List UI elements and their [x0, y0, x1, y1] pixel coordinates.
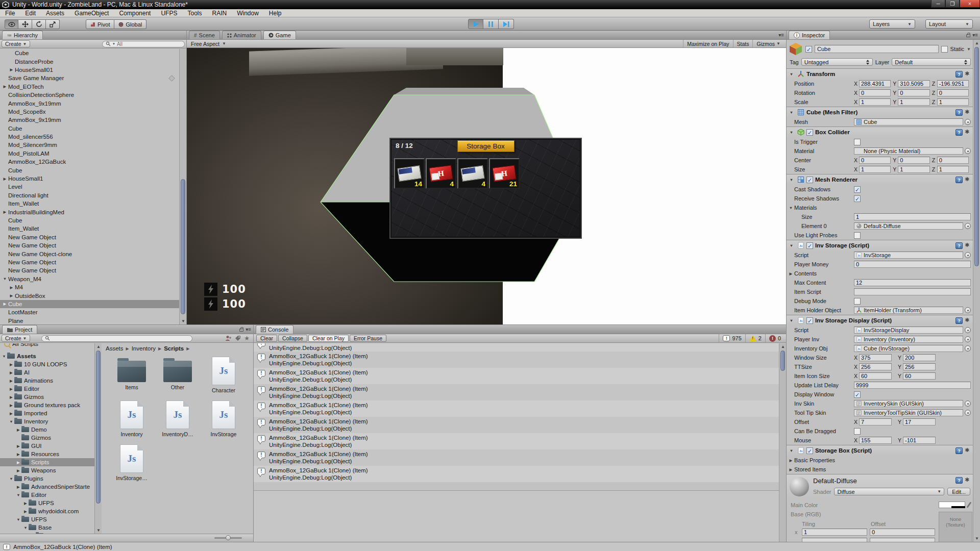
- component-enabled-checkbox[interactable]: ✓: [806, 317, 813, 324]
- menu-component[interactable]: Component: [114, 10, 156, 17]
- hierarchy-item[interactable]: DistanceProbe: [0, 57, 179, 65]
- foldout-down-icon[interactable]: ▼: [15, 517, 21, 522]
- scroll-up-arrow-icon[interactable]: ▲: [779, 344, 787, 349]
- menu-window[interactable]: Window: [232, 10, 264, 17]
- hierarchy-item[interactable]: Cube: [0, 49, 179, 57]
- project-create-button[interactable]: Create▼: [2, 335, 30, 342]
- project-tree-item[interactable]: ▼UFPS: [0, 515, 94, 523]
- vector-x-field[interactable]: 1: [859, 166, 891, 173]
- breadcrumb-item[interactable]: Scripts: [164, 345, 184, 352]
- foldout-down-icon[interactable]: ▼: [788, 72, 795, 77]
- hierarchy-item[interactable]: CollisionDetectionSphere: [0, 91, 179, 99]
- value-field[interactable]: 1: [854, 213, 971, 220]
- tab-console[interactable]: Console: [256, 325, 293, 334]
- vector-y-field[interactable]: 200: [903, 354, 936, 361]
- foldout-right-icon[interactable]: ▶: [2, 84, 8, 89]
- tiling-y-field[interactable]: [802, 538, 867, 542]
- object-field[interactable]: JsInvStorage: [854, 252, 963, 259]
- hierarchy-item[interactable]: Item_Wallet: [0, 199, 179, 208]
- help-icon[interactable]: ?: [955, 447, 963, 454]
- object-picker-icon[interactable]: [965, 307, 971, 313]
- project-tree-item[interactable]: ▶Editor: [0, 385, 94, 393]
- scroll-up-arrow-icon[interactable]: ▲: [95, 344, 102, 349]
- favorites-star-icon[interactable]: ★: [244, 335, 250, 342]
- foldout-down-icon[interactable]: ▼: [2, 277, 8, 281]
- hierarchy-item[interactable]: ▼Weapon_M4: [0, 275, 179, 283]
- hierarchy-item[interactable]: ▶Cube: [0, 300, 179, 308]
- project-tree-item[interactable]: ▼Plugins: [0, 474, 94, 483]
- hierarchy-scrollbar-thumb[interactable]: [181, 179, 185, 314]
- storage-slot[interactable]: H4: [426, 158, 456, 189]
- file-item[interactable]: JsInventoryD…: [155, 400, 201, 444]
- log-entry[interactable]: !AmmoBox_12GaBuck 1(Clone) (Item)UnityEn…: [254, 352, 779, 368]
- menu-help[interactable]: Help: [264, 10, 287, 17]
- help-icon[interactable]: ?: [955, 242, 963, 249]
- foldout-right-icon[interactable]: ▶: [15, 428, 21, 432]
- vector-y-field[interactable]: 0: [898, 89, 929, 96]
- error-count[interactable]: !0: [765, 334, 785, 342]
- foldout-down-icon[interactable]: ▼: [8, 419, 14, 424]
- log-entry[interactable]: !AmmoBox_12GaBuck 1(Clone) (Item)UnityEn…: [254, 449, 779, 466]
- component-header[interactable]: ▼Js✓Inv Storage (Script)?: [787, 240, 973, 251]
- panel-menu-icon[interactable]: ▾≡: [246, 327, 251, 332]
- pause-button[interactable]: [483, 19, 499, 29]
- global-toggle-button[interactable]: Global: [114, 19, 146, 29]
- property-checkbox[interactable]: [854, 232, 861, 239]
- object-field[interactable]: InventorySkin (GUISkin): [854, 400, 963, 407]
- hierarchy-item[interactable]: New Game Object: [0, 266, 179, 274]
- vector-x-field[interactable]: 60: [859, 372, 892, 380]
- foldout-down-icon[interactable]: ▼: [788, 243, 795, 248]
- object-picker-icon[interactable]: [965, 252, 971, 258]
- foldout-right-icon[interactable]: ▶: [8, 411, 14, 416]
- property-checkbox[interactable]: [854, 139, 861, 145]
- file-item[interactable]: JsCharacter: [201, 357, 247, 400]
- hierarchy-item[interactable]: Cube: [0, 124, 179, 133]
- console-collapse-button[interactable]: Collapse: [278, 335, 307, 342]
- foldout-down-icon[interactable]: ▼: [788, 110, 795, 115]
- object-field[interactable]: JsInvStorageDisplay: [854, 327, 963, 334]
- hierarchy-item[interactable]: Cube: [0, 216, 179, 224]
- scroll-down-arrow-icon[interactable]: ▼: [180, 319, 187, 323]
- foldout-down-icon[interactable]: ▼: [8, 477, 14, 481]
- foldout-right-icon[interactable]: ▶: [8, 395, 14, 399]
- inspector-scrollbar[interactable]: ▲ ▼: [973, 40, 980, 542]
- vector-y-field[interactable]: 310.5095: [898, 80, 929, 87]
- hierarchy-item[interactable]: ▶OutsideBox: [0, 291, 179, 299]
- hierarchy-item[interactable]: Mod_PistolLAM: [0, 149, 179, 158]
- scale-tool-button[interactable]: [46, 19, 60, 29]
- project-tree-item[interactable]: ▶Demo: [0, 425, 94, 434]
- foldout-right-icon[interactable]: ▶: [22, 501, 29, 506]
- log-entry[interactable]: !AmmoBox_12GaBuck 1(Clone) (Item)UnityEn…: [254, 417, 779, 433]
- hierarchy-item[interactable]: LootMaster: [0, 308, 179, 316]
- hierarchy-item[interactable]: AmmoBox_9x19mm: [0, 116, 179, 124]
- hierarchy-item[interactable]: AmmoBox_9x19mm: [0, 99, 179, 107]
- pivot-toggle-button[interactable]: Pivot: [86, 19, 114, 29]
- vector-y-field[interactable]: -101: [903, 437, 936, 444]
- foldout-right-icon[interactable]: ▶: [2, 210, 8, 214]
- component-header[interactable]: ▼Transform?: [787, 69, 973, 79]
- help-icon[interactable]: ?: [955, 109, 963, 116]
- vector-z-field[interactable]: 0: [937, 89, 969, 96]
- value-field[interactable]: [854, 288, 971, 295]
- storage-slot[interactable]: H21: [489, 158, 520, 189]
- foldout-right-icon[interactable]: ▶: [8, 379, 14, 383]
- foldout-down-icon[interactable]: ▼: [788, 130, 795, 135]
- play-button[interactable]: [468, 19, 483, 29]
- project-tree-item[interactable]: ▶AI: [0, 368, 94, 377]
- vector-y-field[interactable]: 60: [903, 372, 936, 380]
- hierarchy-item[interactable]: ▶HouseSmall01: [0, 66, 179, 74]
- component-enabled-checkbox[interactable]: ✓: [806, 242, 813, 249]
- gear-icon[interactable]: [965, 71, 971, 77]
- static-dropdown-icon[interactable]: ▼: [967, 47, 971, 52]
- project-tree-item[interactable]: ▶Resources: [0, 450, 94, 458]
- hierarchy-scrollbar[interactable]: ▼: [179, 49, 186, 324]
- maximize-on-play-button[interactable]: Maximize on Play: [683, 40, 732, 47]
- foldout-right-icon[interactable]: ▶: [8, 285, 15, 290]
- object-field[interactable]: None (Physic Material): [854, 147, 963, 155]
- project-tree-item[interactable]: ▼Editor: [0, 491, 94, 499]
- help-icon[interactable]: ?: [955, 317, 963, 324]
- thumbnail-zoom-slider[interactable]: [214, 537, 242, 539]
- menu-edit[interactable]: Edit: [20, 10, 41, 17]
- gear-icon[interactable]: [965, 447, 971, 454]
- project-tree-item[interactable]: ▶Weapons: [0, 466, 94, 474]
